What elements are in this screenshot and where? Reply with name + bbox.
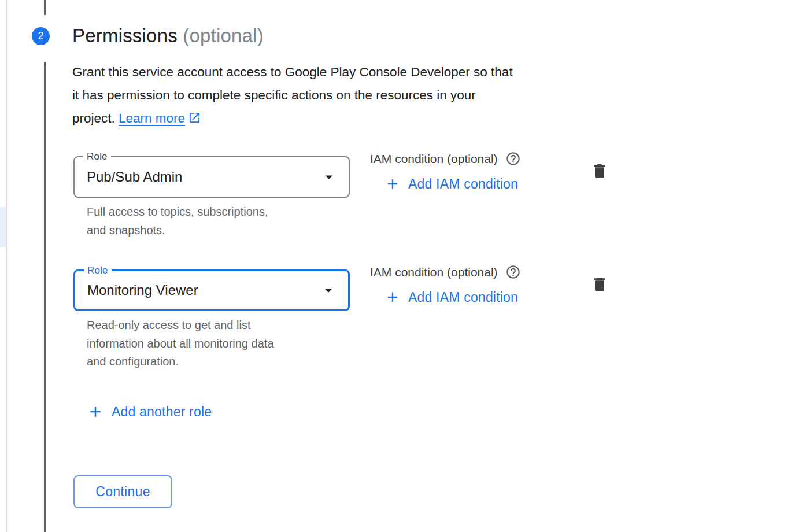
role-select-1[interactable]: Role Pub/Sub Admin xyxy=(73,156,350,198)
page-title-text: Permissions xyxy=(72,25,178,46)
role-select-1-label: Role xyxy=(83,151,111,162)
stepper-connector-bottom xyxy=(44,62,46,532)
iam-condition-block-2: IAM condition (optional) Add IAM conditi… xyxy=(370,264,613,308)
role-2-helper: Read-only access to get and list informa… xyxy=(87,316,335,371)
add-iam-condition-1-label: Add IAM condition xyxy=(408,176,518,192)
step-number: 2 xyxy=(38,30,43,42)
role-1-helper-line: Full access to topics, subscriptions, xyxy=(87,203,335,221)
arrow-drop-down-icon xyxy=(320,168,338,186)
role-select-1-value: Pub/Sub Admin xyxy=(87,169,182,185)
plus-icon xyxy=(384,176,401,192)
add-iam-condition-button-2[interactable]: Add IAM condition xyxy=(384,289,518,305)
open-in-new-icon xyxy=(188,111,201,124)
role-2-helper-line: Read-only access to get and list xyxy=(87,316,335,335)
delete-icon xyxy=(590,275,609,294)
page-title-optional: (optional) xyxy=(183,25,264,46)
add-iam-condition-button-1[interactable]: Add IAM condition xyxy=(384,176,518,192)
iam-condition-2-label: IAM condition (optional) xyxy=(370,265,498,279)
delete-role-button-2[interactable] xyxy=(590,275,609,295)
iam-condition-1-label: IAM condition (optional) xyxy=(370,152,498,166)
step-indicator: 2 xyxy=(32,27,50,45)
delete-icon xyxy=(590,162,609,180)
add-another-role-button[interactable]: Add another role xyxy=(87,403,212,420)
left-divider xyxy=(6,0,7,532)
role-2-helper-line: information about all monitoring data xyxy=(87,335,335,353)
plus-icon xyxy=(87,403,104,420)
role-select-2-value: Monitoring Viewer xyxy=(87,282,198,298)
help-icon[interactable] xyxy=(505,151,521,167)
add-iam-condition-2-label: Add IAM condition xyxy=(408,290,518,305)
delete-role-button-1[interactable] xyxy=(590,162,609,182)
role-1-helper: Full access to topics, subscriptions, an… xyxy=(87,203,335,239)
role-2-helper-line: and configuration. xyxy=(87,353,335,371)
iam-condition-block-1: IAM condition (optional) Add IAM conditi… xyxy=(370,151,613,194)
add-another-role-label: Add another role xyxy=(112,404,212,420)
plus-icon xyxy=(384,289,401,305)
learn-more-link[interactable]: Learn more xyxy=(119,111,185,125)
step-description: Grant this service account access to Goo… xyxy=(72,61,645,130)
page-title: Permissions (optional) xyxy=(72,25,264,47)
role-select-2[interactable]: Role Monitoring Viewer xyxy=(73,269,350,311)
role-select-2-label: Role xyxy=(84,265,112,276)
sidebar-highlight-strip xyxy=(0,207,6,247)
continue-button[interactable]: Continue xyxy=(73,475,172,508)
permissions-step-panel: 2 Permissions (optional) Grant this serv… xyxy=(0,0,806,532)
description-line-last: project. Learn more xyxy=(72,107,645,130)
stepper-connector-top xyxy=(44,0,46,15)
description-line: project. xyxy=(72,111,115,125)
arrow-drop-down-icon xyxy=(320,282,337,299)
role-1-helper-line: and snapshots. xyxy=(87,221,335,240)
description-line: Grant this service account access to Goo… xyxy=(72,61,645,84)
help-icon[interactable] xyxy=(505,264,521,280)
description-line: it has permission to complete specific a… xyxy=(72,84,645,107)
